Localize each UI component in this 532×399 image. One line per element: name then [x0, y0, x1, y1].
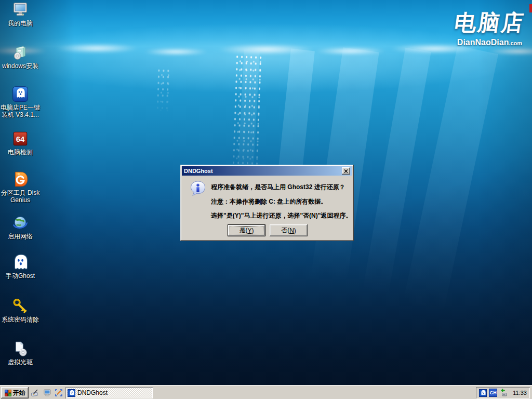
ghost-icon [11, 254, 29, 271]
info-balloon-icon [189, 180, 207, 198]
desktop-icon-label: 电脑店PE一键装机 V3.4.1... [1, 104, 40, 118]
taskbar: 开始 [0, 385, 532, 399]
tray-ghost-icon[interactable] [479, 389, 487, 397]
close-icon [344, 169, 348, 173]
quicklaunch-display-properties[interactable] [54, 388, 63, 397]
display-properties-icon [55, 389, 63, 397]
desktop-icon-label: 虚拟光驱 [8, 358, 33, 366]
desktop-icon-manual-ghost[interactable]: 手动Ghost [1, 254, 40, 280]
dialog-message-line1: 程序准备就绪，是否马上用 Ghost32 进行还原？ [211, 183, 345, 192]
desktop-icon-label: 电脑检测 [8, 149, 33, 156]
dialog-message-line3: 选择"是(Y)"马上进行还原，选择"否(N)"返回程序。 [211, 211, 352, 220]
close-button[interactable] [342, 167, 350, 175]
desktop-icon-password-clear[interactable]: 系统密码清除 [1, 297, 40, 323]
pe-ghost-icon [11, 85, 29, 103]
key-icon [11, 297, 29, 315]
system-tray: CH 11:33 [476, 387, 530, 398]
start-logo-icon [5, 390, 11, 396]
language-indicator[interactable]: CH [489, 389, 497, 397]
safely-remove-icon[interactable] [499, 389, 508, 397]
brand-logo-subtitle: DianNaoDian.com [455, 38, 525, 47]
start-button[interactable]: 开始 [1, 387, 29, 398]
desktop-icon-pc-check[interactable]: 64 电脑检测 [1, 130, 40, 156]
yes-button[interactable]: 是(Y) [228, 224, 265, 236]
dialog-message-line2: 注意：本操作将删除 C: 盘上的所有数据。 [211, 197, 327, 206]
logo-red-accent [529, 4, 532, 12]
desktop-icon-windows-install[interactable]: windows安装 [1, 44, 40, 70]
no-button-label-end: ) [294, 227, 296, 234]
windows-install-icon [11, 44, 29, 61]
desktop-icon-label: 启用网络 [8, 233, 33, 240]
my-computer-icon [11, 1, 29, 19]
quicklaunch-my-computer[interactable] [43, 388, 52, 397]
brand-domain: DianNaoDian [457, 38, 509, 47]
no-button-accesskey: N [289, 227, 294, 234]
desktop-icon-label: 手动Ghost [6, 272, 35, 280]
my-computer-icon [43, 389, 51, 397]
desktop-icon-label: 系统密码清除 [2, 316, 39, 323]
ghost-icon [68, 389, 75, 397]
svg-text:64: 64 [16, 135, 25, 143]
no-button-label: 否( [281, 226, 289, 235]
virtual-drive-icon [11, 340, 29, 357]
dialog-title: DNDGhost [184, 168, 342, 174]
no-button[interactable]: 否(N) [270, 224, 308, 236]
show-desktop-icon [31, 389, 39, 397]
desktop-icon-diskgenius[interactable]: 分区工具 DiskGenius [1, 170, 40, 204]
yes-button-label: 是( [239, 226, 247, 235]
desktop-icon-label: 我的电脑 [8, 20, 33, 27]
desktop-icon-virtual-drive[interactable]: 虚拟光驱 [1, 340, 40, 366]
desktop-icon-pe-onekey[interactable]: 电脑店PE一键装机 V3.4.1... [1, 85, 40, 118]
desktop-icon-my-computer[interactable]: 我的电脑 [1, 1, 40, 27]
start-button-label: 开始 [13, 389, 25, 397]
taskbar-clock: 11:33 [513, 390, 527, 396]
yes-button-label-end: ) [252, 227, 254, 234]
brand-logo: 电脑店 DianNaoDian.com [455, 8, 525, 47]
cpu64-icon: 64 [11, 130, 29, 148]
task-button-label: DNDGhost [77, 389, 108, 396]
yes-button-accesskey: Y [247, 227, 251, 234]
network-globe-icon [11, 214, 29, 232]
screen: 电脑店 DianNaoDian.com 我的电脑 [0, 0, 532, 399]
taskbar-task-dndghost[interactable]: DNDGhost [65, 387, 153, 398]
desktop-icon-label: windows安装 [2, 62, 38, 70]
desktop-icon-enable-network[interactable]: 启用网络 [1, 214, 40, 240]
dialog-titlebar[interactable]: DNDGhost [182, 166, 352, 176]
brand-tld: .com [509, 40, 522, 46]
dndghost-dialog: DNDGhost 程序准备就绪，是否马上用 Ghost32 进行还原？ 注意：本… [180, 165, 354, 241]
diskgenius-icon [11, 170, 29, 188]
brand-logo-title: 电脑店 [453, 8, 527, 37]
desktop-icon-label: 分区工具 DiskGenius [1, 189, 40, 204]
quicklaunch-show-desktop[interactable] [30, 388, 39, 397]
